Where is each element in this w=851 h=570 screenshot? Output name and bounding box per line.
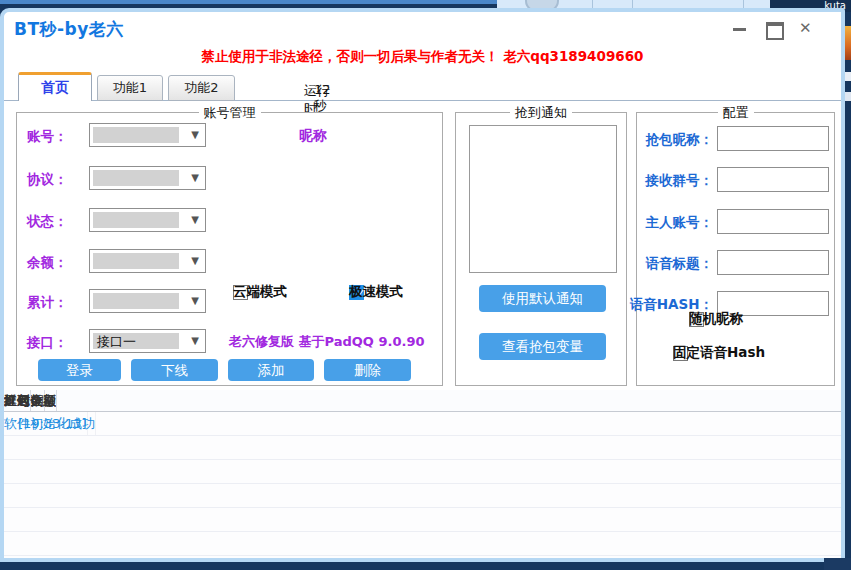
protocol-select-value [93,170,179,186]
chevron-down-icon: ▼ [191,172,199,183]
add-button[interactable]: 添加 [228,359,314,381]
speed-mode-label: 极速模式 [349,283,403,301]
receive-group-input[interactable] [717,167,829,192]
table-row[interactable] [4,460,841,484]
interface-select-value: 接口一 [93,333,179,349]
table-row[interactable]: [19:33:13] 软件初始化成功 [4,412,841,436]
log-table: 时间 群号 红包类型 红包数量 红包金额 抢到金额 延迟 返回信息 [19:33… [4,390,841,558]
window-title: BT秒-by老六 [14,18,124,41]
total-label: 累计： [27,294,87,312]
protocol-label: 协议： [27,171,87,189]
maximize-icon[interactable] [764,21,782,36]
table-row[interactable] [4,484,841,508]
fixed-voice-hash-label: 固定语音Hash [673,344,765,362]
chevron-down-icon: ▼ [191,129,199,140]
delete-button[interactable]: 删除 [324,359,411,381]
interface-select[interactable]: 接口一 ▼ [89,329,206,353]
table-row[interactable] [4,532,841,556]
view-variables-button[interactable]: 查看抢包变量 [479,333,606,360]
owner-account-label: 主人账号： [646,214,714,232]
receive-group-label: 接收群号： [646,172,714,190]
nickname-header: 昵称 [299,127,327,145]
col-return-info: 返回信息 [4,390,57,411]
tab-home[interactable]: 首页 [18,72,92,101]
total-select[interactable]: ▼ [89,289,206,313]
desktop-icon-label [845,72,851,81]
minimize-icon[interactable] [731,21,749,36]
offline-button[interactable]: 下线 [131,359,218,381]
tab-function1[interactable]: 功能1 [97,75,163,101]
notify-content-textarea[interactable] [469,125,617,273]
desktop-icon-label [845,92,851,101]
grab-nickname-input[interactable] [717,126,829,151]
notify-group-title: 抢到通知 [510,104,572,122]
config-group-title: 配置 [718,104,754,122]
voice-title-input[interactable] [717,250,829,275]
balance-select[interactable]: ▼ [89,249,206,273]
version-note: 老六修复版 基于PadQQ 9.0.90 [229,333,424,351]
log-message: 软件初始化成功 [4,412,96,435]
total-select-value [93,293,179,309]
desktop: kuta BT秒-by老六 ✕ 禁止使用于非法途径，否则一切后果与作者无关！ 老… [0,0,851,570]
chevron-down-icon: ▼ [191,295,199,306]
protocol-select[interactable]: ▼ [89,166,206,190]
cloud-mode-label: 云端模式 [233,283,287,301]
notify-group: 抢到通知 使用默认通知 查看抢包变量 [455,112,627,386]
balance-label: 余额： [27,254,87,272]
interface-label: 接口： [27,334,87,352]
owner-account-input[interactable] [717,209,829,234]
voice-title-label: 语音标题： [646,255,714,273]
account-select[interactable]: ▼ [89,123,206,147]
tab-function2[interactable]: 功能2 [168,75,235,101]
config-group: 配置 抢包昵称： 接收群号： 主人账号： 语音标题： 语音HASH： 随机昵称 … [636,112,835,386]
random-nickname-label: 随机昵称 [689,310,743,328]
account-label: 账号： [27,128,87,146]
chevron-down-icon: ▼ [191,255,199,266]
close-icon[interactable]: ✕ [799,21,817,36]
desktop-icon [844,26,851,60]
grab-nickname-label: 抢包昵称： [646,131,714,149]
background-taskbar-fragment [824,558,851,570]
window-controls: ✕ [731,21,827,37]
background-window-edge [0,0,500,4]
account-select-value [93,127,179,143]
runtime-value: 12秒 [314,82,331,115]
chevron-down-icon: ▼ [191,214,199,225]
default-notify-button[interactable]: 使用默认通知 [479,285,606,312]
account-management-group: 账号管理 昵称 账号： ▼ 协议： ▼ 状态： ▼ 余额： ▼ 累计： [16,112,443,386]
account-group-title: 账号管理 [199,104,261,122]
chevron-down-icon: ▼ [191,335,199,346]
status-select[interactable]: ▼ [89,208,206,232]
status-select-value [93,212,179,228]
log-table-header: 时间 群号 红包类型 红包数量 红包金额 抢到金额 延迟 返回信息 [4,390,841,412]
table-row[interactable] [4,436,841,460]
warning-text: 禁止使用于非法途径，否则一切后果与作者无关！ 老六qq3189409660 [4,48,841,66]
app-window: BT秒-by老六 ✕ 禁止使用于非法途径，否则一切后果与作者无关！ 老六qq31… [0,8,845,562]
table-row[interactable] [4,508,841,532]
balance-select-value [93,253,179,269]
login-button[interactable]: 登录 [38,359,121,381]
status-label: 状态： [27,213,87,231]
